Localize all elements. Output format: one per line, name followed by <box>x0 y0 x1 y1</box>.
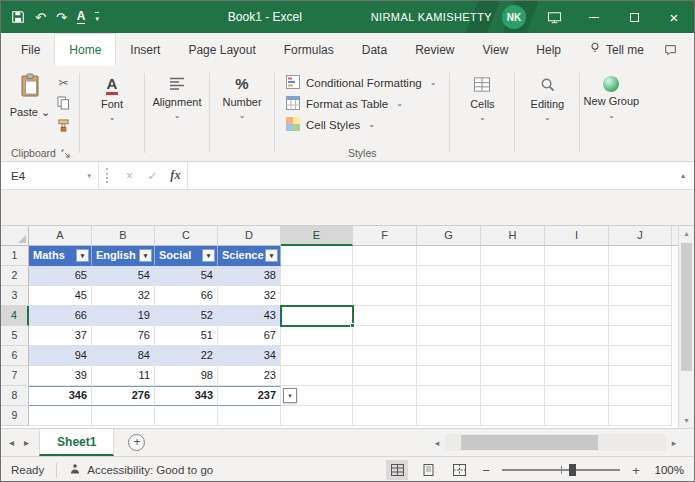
cell-B6[interactable]: 84 <box>92 346 155 366</box>
cell-A2[interactable]: 65 <box>29 266 92 286</box>
zoom-out-button[interactable]: − <box>479 463 493 478</box>
cell-H4[interactable] <box>481 306 545 326</box>
cell-D6[interactable]: 34 <box>218 346 281 366</box>
cell-B4[interactable]: 19 <box>92 306 155 326</box>
cell-B7[interactable]: 11 <box>92 366 155 386</box>
horizontal-scroll-thumb[interactable] <box>461 435 598 450</box>
cell-G7[interactable] <box>417 366 481 386</box>
cell-C4[interactable]: 52 <box>155 306 218 326</box>
cell-B1[interactable]: English▾ <box>92 246 155 266</box>
cell-F6[interactable] <box>353 346 417 366</box>
zoom-in-button[interactable]: + <box>629 463 643 478</box>
cell-E2[interactable] <box>281 266 353 286</box>
cell-E9[interactable] <box>281 406 353 426</box>
cell-J3[interactable] <box>609 286 672 306</box>
row-header-2[interactable]: 2 <box>1 266 29 286</box>
total-row-dropdown-icon[interactable]: ▾ <box>283 388 297 403</box>
cell-D8[interactable]: 237 <box>218 386 281 406</box>
cell-C3[interactable]: 66 <box>155 286 218 306</box>
cell-H8[interactable] <box>481 386 545 406</box>
cell-A8[interactable]: 346 <box>29 386 92 406</box>
cell-I8[interactable] <box>545 386 609 406</box>
cell-D4[interactable]: 43 <box>218 306 281 326</box>
cell-C9[interactable] <box>155 406 218 426</box>
paste-button[interactable]: Paste ⌄ <box>9 69 51 145</box>
copy-icon[interactable] <box>57 96 70 113</box>
tab-help[interactable]: Help <box>522 33 575 66</box>
cell-F1[interactable] <box>353 246 417 266</box>
cell-F7[interactable] <box>353 366 417 386</box>
cell-A4[interactable]: 66 <box>29 306 92 326</box>
cell-E6[interactable] <box>281 346 353 366</box>
cell-G8[interactable] <box>417 386 481 406</box>
horizontal-scroll-track[interactable] <box>445 434 666 451</box>
sheet-nav-right-icon[interactable]: ▸ <box>24 437 29 448</box>
cell-E3[interactable] <box>281 286 353 306</box>
row-header-3[interactable]: 3 <box>1 286 29 306</box>
cell-E5[interactable] <box>281 326 353 346</box>
cell-F5[interactable] <box>353 326 417 346</box>
formula-bar-splitter[interactable] <box>106 168 113 183</box>
new-sheet-button[interactable]: + <box>128 434 145 451</box>
cell-F9[interactable] <box>353 406 417 426</box>
column-header-I[interactable]: I <box>545 226 609 246</box>
filter-dropdown-icon[interactable]: ▾ <box>76 249 89 262</box>
column-header-A[interactable]: A <box>29 226 92 246</box>
cell-A3[interactable]: 45 <box>29 286 92 306</box>
formula-input[interactable] <box>187 162 672 189</box>
row-header-1[interactable]: 1 <box>1 246 29 266</box>
sheet-tab-sheet1[interactable]: Sheet1 <box>39 429 114 456</box>
cells-menu-button[interactable]: Cells ⌄ <box>453 69 511 161</box>
cell-B3[interactable]: 32 <box>92 286 155 306</box>
accessibility-status[interactable]: Accessibility: Good to go <box>69 463 213 477</box>
cell-D2[interactable]: 38 <box>218 266 281 286</box>
filter-dropdown-icon[interactable]: ▾ <box>265 249 278 262</box>
select-all-corner[interactable] <box>1 226 29 246</box>
page-break-view-button[interactable] <box>448 460 470 480</box>
scroll-right-icon[interactable]: ▸ <box>666 434 682 451</box>
column-header-G[interactable]: G <box>417 226 481 246</box>
cell-F4[interactable] <box>353 306 417 326</box>
scroll-down-icon[interactable]: ▾ <box>679 413 694 428</box>
avatar[interactable]: NK <box>502 5 526 29</box>
tab-insert[interactable]: Insert <box>116 33 174 66</box>
column-header-J[interactable]: J <box>609 226 672 246</box>
name-box-dropdown-icon[interactable]: ▾ <box>87 172 91 180</box>
alignment-menu-button[interactable]: Alignment ⌄ <box>148 69 206 161</box>
cell-G5[interactable] <box>417 326 481 346</box>
tab-view[interactable]: View <box>469 33 523 66</box>
tab-data[interactable]: Data <box>348 33 401 66</box>
cell-G3[interactable] <box>417 286 481 306</box>
maximize-button[interactable] <box>614 1 654 33</box>
number-menu-button[interactable]: % Number ⌄ <box>213 69 271 161</box>
cell-H2[interactable] <box>481 266 545 286</box>
enter-icon[interactable]: ✓ <box>141 169 164 183</box>
column-header-B[interactable]: B <box>92 226 155 246</box>
cell-D3[interactable]: 32 <box>218 286 281 306</box>
format-painter-icon[interactable] <box>57 119 70 135</box>
cell-E7[interactable] <box>281 366 353 386</box>
scroll-up-icon[interactable]: ▴ <box>679 226 694 241</box>
cell-I9[interactable] <box>545 406 609 426</box>
editing-menu-button[interactable]: Editing ⌄ <box>518 69 576 161</box>
cell-H9[interactable] <box>481 406 545 426</box>
cell-H1[interactable] <box>481 246 545 266</box>
conditional-formatting-button[interactable]: Conditional Formatting ⌄ <box>284 72 438 93</box>
row-header-7[interactable]: 7 <box>1 366 29 386</box>
cell-styles-button[interactable]: Cell Styles ⌄ <box>284 114 438 135</box>
font-menu-button[interactable]: A Font ⌄ <box>83 69 141 161</box>
cell-H6[interactable] <box>481 346 545 366</box>
cell-I4[interactable] <box>545 306 609 326</box>
undo-icon[interactable]: ↶ <box>35 10 46 25</box>
tab-home[interactable]: Home <box>54 33 116 66</box>
zoom-level[interactable]: 100% <box>652 464 684 476</box>
tab-file[interactable]: File <box>7 33 54 66</box>
cell-J6[interactable] <box>609 346 672 366</box>
cell-J2[interactable] <box>609 266 672 286</box>
cell-A5[interactable]: 37 <box>29 326 92 346</box>
normal-view-button[interactable] <box>386 460 408 480</box>
insert-function-icon[interactable]: fx <box>164 168 187 183</box>
cell-J8[interactable] <box>609 386 672 406</box>
cell-I6[interactable] <box>545 346 609 366</box>
cell-G6[interactable] <box>417 346 481 366</box>
